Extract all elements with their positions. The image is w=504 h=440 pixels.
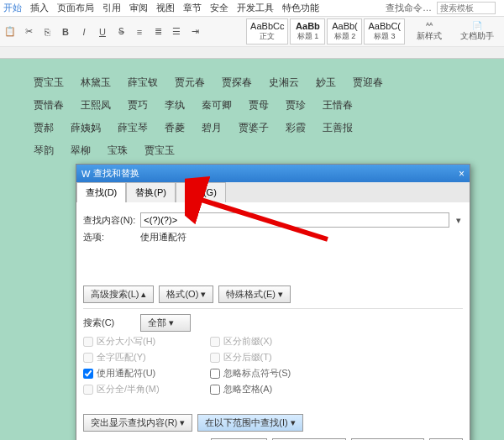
dialog-titlebar[interactable]: W 查找和替换 × xyxy=(76,165,470,182)
toolbar: 📋 ✂ ⎘ B I U S̶ ≡ ≣ ☰ ⇥ AaBbCc正文 AaBb标题 1… xyxy=(0,17,504,47)
align-left-icon[interactable]: ≡ xyxy=(133,25,146,39)
chevron-down-icon: ▾ xyxy=(201,289,206,300)
find-dropdown-icon[interactable]: ▾ xyxy=(454,215,463,226)
tab-goto[interactable]: 定位(G) xyxy=(176,182,226,202)
app-icon: W xyxy=(81,169,90,179)
ribbon-tabs: 开始 插入 页面布局 引用 审阅 视图 章节 安全 开发工具 特色功能 查找命令… xyxy=(0,0,504,17)
tab-insert[interactable]: 插入 xyxy=(30,2,49,14)
style-h2[interactable]: AaBb(标题 2 xyxy=(327,18,362,45)
template-search-input[interactable] xyxy=(437,2,496,14)
style-normal[interactable]: AaBbCc正文 xyxy=(246,18,288,45)
copy-icon[interactable]: ⎘ xyxy=(40,25,54,39)
chk-whole-word[interactable]: 全字匹配(Y) xyxy=(83,351,160,364)
chevron-up-icon: ▴ xyxy=(141,289,146,300)
find-content-label: 查找内容(N): xyxy=(83,214,135,227)
chk-wildcard[interactable]: 使用通配符(U) xyxy=(83,367,160,380)
search-scope-label: 搜索(C) xyxy=(83,317,135,329)
chevron-down-icon: ▾ xyxy=(278,289,283,300)
tab-chapter[interactable]: 章节 xyxy=(183,2,202,14)
underline-icon[interactable]: U xyxy=(96,25,109,39)
options-left: 区分大小写(H) 全字匹配(Y) 使用通配符(U) 区分全/半角(M) xyxy=(83,335,160,395)
tab-find[interactable]: 查找(D) xyxy=(76,182,126,202)
tab-ref[interactable]: 引用 xyxy=(102,2,121,14)
chevron-down-icon: ▾ xyxy=(180,417,185,428)
chk-suffix[interactable]: 区分后缀(T) xyxy=(210,351,291,364)
advanced-search-button[interactable]: 高级搜索(L)▴ xyxy=(83,285,154,303)
search-scope-select[interactable]: 全部▾ xyxy=(140,314,191,332)
find-content-input[interactable] xyxy=(140,212,449,228)
align-center-icon[interactable]: ≣ xyxy=(151,25,165,39)
options-label: 选项: xyxy=(83,231,135,244)
chevron-down-icon: ▾ xyxy=(291,417,296,428)
find-cmd-label: 查找命令… xyxy=(386,2,432,14)
cut-icon[interactable]: ✂ xyxy=(22,25,35,39)
style-gallery: AaBbCc正文 AaBb标题 1 AaBb(标题 2 AaBbC(标题 3 xyxy=(246,18,405,45)
text-row: 贾郝薛姨妈薛宝琴香菱碧月贾婆子彩霞王善报 xyxy=(34,121,470,135)
tab-replace[interactable]: 替换(P) xyxy=(126,182,176,202)
chk-ignore-space[interactable]: 忽略空格(A) xyxy=(210,383,291,395)
chk-prefix[interactable]: 区分前缀(X) xyxy=(210,335,291,348)
style-h1[interactable]: AaBb标题 1 xyxy=(290,18,325,45)
style-h3[interactable]: AaBbC(标题 3 xyxy=(364,18,405,45)
text-row: 贾惜春王熙凤贾巧李纨秦可卿贾母贾珍王惜春 xyxy=(34,98,470,113)
tab-security[interactable]: 安全 xyxy=(210,2,228,14)
tab-view[interactable]: 视图 xyxy=(156,2,175,14)
find-replace-dialog: W 查找和替换 × 查找(D) 替换(P) 定位(G) 查找内容(N): ▾ 选… xyxy=(76,164,470,440)
special-format-button[interactable]: 特殊格式(E)▾ xyxy=(218,285,291,303)
chk-case[interactable]: 区分大小写(H) xyxy=(83,335,160,348)
chk-ignore-punct[interactable]: 忽略标点符号(S) xyxy=(210,367,291,380)
indent-icon[interactable]: ⇥ xyxy=(188,25,202,39)
list-icon[interactable]: ☰ xyxy=(170,25,183,39)
tab-feature[interactable]: 特色功能 xyxy=(282,2,319,14)
doc-assist-button[interactable]: 📄文档助手 xyxy=(454,19,501,44)
text-row: 贾宝玉林黛玉薛宝钗贾元春贾探春史湘云妙玉贾迎春 xyxy=(34,76,470,90)
strike-icon[interactable]: S̶ xyxy=(114,25,128,39)
highlight-button[interactable]: 突出显示查找内容(R)▾ xyxy=(83,414,192,432)
tab-layout[interactable]: 页面布局 xyxy=(57,2,94,14)
bold-icon[interactable]: B xyxy=(59,25,72,39)
tab-start[interactable]: 开始 xyxy=(3,2,22,14)
options-right: 区分前缀(X) 区分后缀(T) 忽略标点符号(S) 忽略空格(A) xyxy=(210,335,291,395)
find-in-scope-button[interactable]: 在以下范围中查找(I)▾ xyxy=(197,414,302,432)
paste-icon[interactable]: 📋 xyxy=(3,25,17,39)
italic-icon[interactable]: I xyxy=(77,25,91,39)
ruler xyxy=(0,47,504,59)
text-row: 琴韵翠柳宝珠贾宝玉 xyxy=(34,144,470,158)
tab-dev[interactable]: 开发工具 xyxy=(237,2,274,14)
chk-width[interactable]: 区分全/半角(M) xyxy=(83,383,160,395)
chevron-down-icon: ▾ xyxy=(169,317,174,328)
new-style-button[interactable]: ᴬᴬ新样式 xyxy=(410,19,449,44)
tab-review[interactable]: 审阅 xyxy=(129,2,148,14)
dialog-tabs: 查找(D) 替换(P) 定位(G) xyxy=(76,182,470,202)
dialog-title: 查找和替换 xyxy=(93,167,139,180)
format-button[interactable]: 格式(O)▾ xyxy=(159,285,213,303)
options-value: 使用通配符 xyxy=(140,231,186,244)
close-icon[interactable]: × xyxy=(459,168,465,180)
